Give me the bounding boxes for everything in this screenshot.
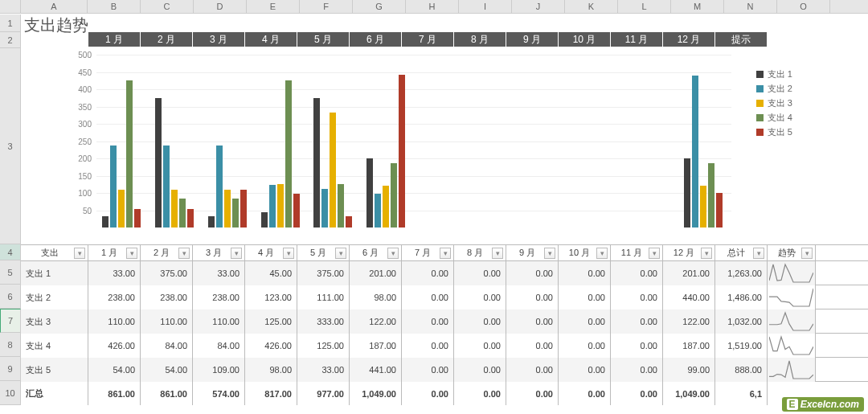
cell[interactable]: 0.00 — [506, 309, 559, 334]
cell[interactable]: 0.00 — [454, 261, 506, 285]
cell[interactable]: 201.00 — [350, 261, 402, 285]
tab-month-9[interactable]: 9 月 — [506, 32, 558, 47]
header-m10[interactable]: 10 月 — [559, 245, 611, 260]
cell[interactable]: 375.00 — [297, 261, 350, 285]
row-3[interactable]: 3 — [0, 48, 21, 244]
cell[interactable]: 0.00 — [402, 285, 454, 309]
total-cell[interactable]: 574.00 — [193, 382, 245, 405]
header-m1[interactable]: 1 月 — [88, 245, 141, 260]
cell[interactable]: 187.00 — [663, 334, 715, 358]
total-cell[interactable]: 0.00 — [454, 382, 506, 405]
cell[interactable]: 1,263.00 — [715, 261, 768, 285]
tab-month-2[interactable]: 2 月 — [141, 32, 192, 47]
cell[interactable]: 110.00 — [141, 309, 193, 334]
cell[interactable]: 0.00 — [454, 309, 506, 334]
cell[interactable]: 111.00 — [297, 285, 350, 309]
cell[interactable]: 0.00 — [454, 334, 506, 358]
cell[interactable]: 0.00 — [506, 334, 559, 358]
cell[interactable]: 33.00 — [193, 261, 245, 285]
cell[interactable]: 0.00 — [611, 285, 663, 309]
cell[interactable]: 109.00 — [193, 358, 245, 382]
cell[interactable]: 333.00 — [297, 309, 350, 334]
header-m2[interactable]: 2 月 — [141, 245, 193, 260]
cell[interactable]: 110.00 — [88, 309, 141, 334]
total-cell[interactable]: 861.00 — [88, 382, 141, 405]
cell[interactable]: 0.00 — [559, 285, 611, 309]
cell[interactable]: 426.00 — [245, 334, 297, 358]
col-O[interactable]: O — [777, 0, 830, 13]
cell[interactable]: 0.00 — [559, 358, 611, 382]
total-cell[interactable]: 0.00 — [506, 382, 559, 405]
row-2[interactable]: 2 — [0, 32, 21, 48]
row-4[interactable]: 4 — [0, 244, 21, 260]
tab-month-10[interactable]: 10 月 — [559, 32, 610, 47]
cell[interactable]: 54.00 — [141, 358, 193, 382]
cell[interactable]: 201.00 — [663, 261, 715, 285]
cell[interactable]: 123.00 — [245, 285, 297, 309]
cell[interactable]: 0.00 — [506, 261, 559, 285]
row-label[interactable]: 支出 1 — [21, 261, 88, 285]
tab-month-1[interactable]: 1 月 — [88, 32, 140, 47]
cell[interactable]: 54.00 — [88, 358, 141, 382]
total-label[interactable]: 汇总 — [21, 382, 88, 405]
cell[interactable]: 84.00 — [141, 334, 193, 358]
row-7[interactable]: 7 — [0, 309, 21, 333]
cell[interactable]: 99.00 — [663, 358, 715, 382]
total-cell[interactable]: 0.00 — [559, 382, 611, 405]
cell[interactable]: 238.00 — [193, 285, 245, 309]
tab-month-5[interactable]: 5 月 — [297, 32, 349, 47]
cell[interactable]: 122.00 — [663, 309, 715, 334]
cell[interactable]: 0.00 — [402, 334, 454, 358]
header-trend[interactable]: 趋势 — [768, 245, 816, 260]
cell[interactable]: 238.00 — [141, 285, 193, 309]
cell[interactable]: 45.00 — [245, 261, 297, 285]
row-10[interactable]: 10 — [0, 381, 21, 405]
row-5[interactable]: 5 — [0, 260, 21, 285]
cell[interactable]: 0.00 — [506, 285, 559, 309]
col-E[interactable]: E — [247, 0, 300, 13]
total-cell[interactable]: 817.00 — [245, 382, 297, 405]
col-G[interactable]: G — [353, 0, 406, 13]
cell[interactable]: 0.00 — [454, 285, 506, 309]
col-C[interactable]: C — [141, 0, 194, 13]
col-J[interactable]: J — [512, 0, 565, 13]
row-9[interactable]: 9 — [0, 357, 21, 381]
row-6[interactable]: 6 — [0, 285, 21, 309]
chart[interactable]: 50100150200250300350400450500 支出 1支出 2支出… — [21, 48, 792, 244]
select-all-corner[interactable] — [0, 0, 21, 13]
cell[interactable]: 238.00 — [88, 285, 141, 309]
cell[interactable]: 110.00 — [193, 309, 245, 334]
row-8[interactable]: 8 — [0, 333, 21, 357]
tab-month-8[interactable]: 8 月 — [454, 32, 506, 47]
cell[interactable]: 0.00 — [611, 261, 663, 285]
header-m6[interactable]: 6 月 — [350, 245, 402, 260]
cell[interactable]: 0.00 — [559, 334, 611, 358]
col-N[interactable]: N — [724, 0, 777, 13]
row-label[interactable]: 支出 4 — [21, 334, 88, 358]
cell[interactable]: 1,519.00 — [715, 334, 768, 358]
cell[interactable]: 0.00 — [611, 309, 663, 334]
row-label[interactable]: 支出 2 — [21, 285, 88, 309]
header-m5[interactable]: 5 月 — [297, 245, 350, 260]
cell[interactable]: 0.00 — [611, 334, 663, 358]
total-cell[interactable]: 1,049.00 — [663, 382, 715, 405]
cell[interactable]: 441.00 — [350, 358, 402, 382]
header-m7[interactable]: 7 月 — [402, 245, 454, 260]
cell[interactable]: 0.00 — [559, 309, 611, 334]
header-m4[interactable]: 4 月 — [245, 245, 297, 260]
total-cell[interactable]: 861.00 — [141, 382, 193, 405]
cell[interactable]: 0.00 — [402, 358, 454, 382]
col-I[interactable]: I — [459, 0, 512, 13]
col-F[interactable]: F — [300, 0, 353, 13]
tab-hint[interactable]: 提示 — [715, 32, 767, 47]
cell[interactable]: 98.00 — [350, 285, 402, 309]
header-m9[interactable]: 9 月 — [506, 245, 559, 260]
row-1[interactable]: 1 — [0, 14, 21, 32]
tab-month-6[interactable]: 6 月 — [350, 32, 401, 47]
cell[interactable]: 98.00 — [245, 358, 297, 382]
total-cell[interactable]: 6,1 — [715, 382, 768, 405]
cell[interactable]: 125.00 — [245, 309, 297, 334]
cell[interactable]: 125.00 — [297, 334, 350, 358]
col-H[interactable]: H — [406, 0, 459, 13]
header-expense[interactable]: 支出 — [21, 245, 88, 260]
